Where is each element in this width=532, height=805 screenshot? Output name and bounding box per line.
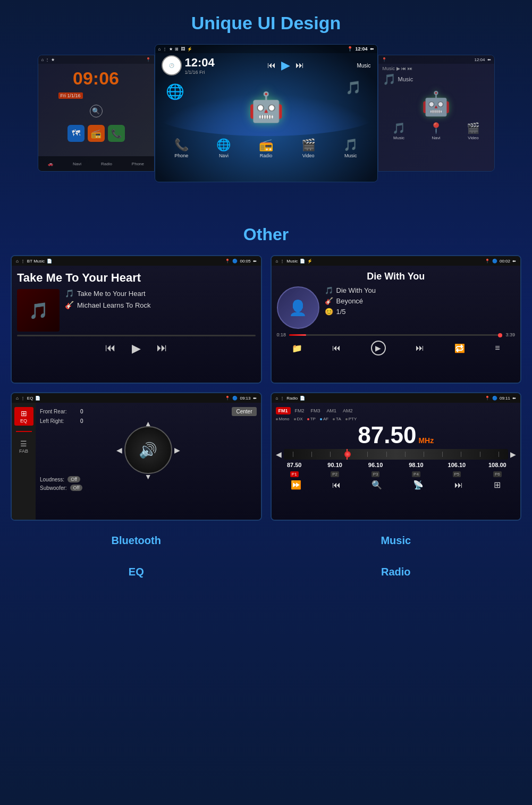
music-title: Die With You [277, 271, 516, 282]
radio-presets: 87.50 P1 90.10 P2 96.10 P3 98.10 P4 [276, 462, 517, 478]
right-video[interactable]: 🎬 Video [467, 122, 480, 140]
radio-tuner: ◀ ▶ [276, 449, 517, 460]
other-title: Other [11, 225, 521, 244]
radio-prev[interactable]: ⏮ [332, 480, 341, 490]
radio-menu[interactable]: ⊞ [494, 480, 501, 490]
band-fm1[interactable]: FM1 [276, 407, 291, 414]
eq-arrow-down[interactable]: ▼ [145, 472, 152, 481]
page-title: Unique UI Design [0, 13, 532, 33]
tuner-right-btn[interactable]: ▶ [510, 450, 516, 459]
preset-p6[interactable]: 108.00 P6 [479, 462, 516, 478]
eq-screen: ⌂ ⋮ EQ 📄 📍 🔵 09:13 ⬅ ⊞ EQ [11, 392, 262, 521]
radio-status-label: Radio [286, 396, 298, 401]
center-date: 1/1/16 Fri [185, 70, 215, 75]
bt-prev[interactable]: ⏮ [105, 342, 116, 355]
eq-arrow-right[interactable]: ▶ [174, 446, 180, 454]
music-screen: ⌂ ⋮ Music 📄 ⚡ 📍 🔵 00:02 ⬅ Die With You 👤 [271, 255, 522, 384]
app-music[interactable]: 🎵 Music [343, 138, 358, 158]
phone-icon-left[interactable]: 📞 [108, 125, 125, 142]
radio-label: Radio [271, 561, 522, 583]
app-radio[interactable]: 📻 Radio [259, 138, 273, 158]
bt-label: Bluetooth [11, 529, 262, 552]
right-navi[interactable]: 📍 Navi [429, 122, 443, 140]
eq-tab-fab[interactable]: ☰ FAB [14, 437, 33, 456]
app-video[interactable]: 🎬 Video [301, 138, 316, 158]
bt-status-label: BT Music [27, 259, 45, 264]
preset-p5[interactable]: 106.10 P5 [438, 462, 475, 478]
screens-grid: ⌂ ⋮ BT Music 📄 📍 🔵 00:05 ⬅ Take Me To Yo… [11, 255, 521, 521]
music-status-label: Music [286, 259, 298, 264]
music-play[interactable]: ▶ [371, 341, 386, 355]
music-prev[interactable]: ⏮ [332, 343, 341, 353]
music-song-name: 🎵 Die With You [325, 286, 516, 294]
eq-front-rear: Front Rear: 0 Center [40, 407, 257, 416]
right-screen-card: 📍 12:04 ⬅ Music ▶ ⏮ ⏭ 🎵 Music 🤖 🎵 [378, 55, 495, 172]
loudness-toggle[interactable]: Off [67, 476, 80, 482]
current-time: 0:18 [277, 332, 286, 337]
eq-speaker-graphic: ◀ 🔊 ▲ ▼ ▶ [40, 426, 257, 474]
radio-fast-prev[interactable]: ⏩ [291, 480, 301, 490]
radio-options-row: Mono DX TP AF TA PTY [276, 417, 517, 421]
band-am2[interactable]: AM2 [341, 407, 355, 414]
left-time: 09:06 [38, 68, 154, 89]
prev-btn-center[interactable]: ⏮ [267, 61, 276, 70]
bt-album-art: 🎵 [17, 289, 60, 332]
music-status-time: 00:02 [500, 259, 510, 264]
music-track: 😊 1/5 [325, 308, 516, 316]
bt-next[interactable]: ⏭ [157, 342, 167, 355]
music-controls[interactable]: 📁 ⏮ ▶ ⏭ 🔁 ≡ [277, 341, 516, 355]
bt-artist-name: 🎸 Michael Learns To Rock [65, 301, 256, 309]
preset-p2[interactable]: 90.10 P2 [316, 462, 353, 478]
bt-controls[interactable]: ⏮ ▶ ⏭ [17, 342, 256, 355]
bt-progress-bar [17, 335, 256, 336]
center-time: 12:04 [355, 46, 367, 52]
band-fm3[interactable]: FM3 [309, 407, 323, 414]
radio-icon-left[interactable]: 📻 [88, 125, 105, 142]
app-phone[interactable]: 📞 Phone [174, 138, 189, 158]
eq-arrow-left[interactable]: ◀ [116, 446, 122, 454]
music-folder[interactable]: 📁 [292, 343, 302, 353]
navi-icon[interactable]: 🗺 [67, 125, 85, 142]
screen-labels: Bluetooth Music EQ Radio [11, 529, 521, 583]
app-navi[interactable]: 🌐 Navi [216, 138, 231, 158]
music-progress-row: 0:18 3:39 [277, 332, 516, 337]
radio-wifi[interactable]: 📡 [413, 480, 424, 490]
total-time: 3:39 [505, 332, 515, 337]
music-label: Music [271, 529, 522, 552]
bt-status-time: 00:05 [240, 259, 250, 264]
right-music[interactable]: 🎵 Music [392, 122, 406, 140]
subwoofer-toggle[interactable]: Off [70, 485, 83, 491]
radio-controls[interactable]: ⏩ ⏮ 🔍 📡 ⏭ ⊞ [276, 480, 517, 490]
band-fm2[interactable]: FM2 [293, 407, 307, 414]
bt-play[interactable]: ▶ [132, 342, 141, 355]
preset-p1[interactable]: 87.50 P1 [276, 462, 313, 478]
center-screen-card: ⌂ ⋮ ★ ⊞ 🖼 ⚡ 📍 12:04 ⬅ 🕐 12: [155, 44, 378, 182]
eq-label: EQ [11, 561, 262, 583]
bt-song-title: Take Me To Your Heart [17, 271, 256, 285]
eq-tab-eq[interactable]: ⊞ EQ [14, 407, 33, 426]
eq-subwoofer-row: Subwoofer: Off [40, 485, 257, 491]
right-time: 12:04 [474, 57, 485, 62]
radio-search[interactable]: 🔍 [371, 480, 382, 490]
music-album-art: 👤 [277, 286, 319, 329]
preset-p4[interactable]: 98.10 P4 [398, 462, 435, 478]
left-bottom-nav: 🚗 Navi Radio Phone [38, 156, 154, 171]
eq-status-time: 09:13 [240, 396, 250, 401]
eq-center-btn[interactable]: Center [232, 407, 256, 416]
tuner-left-btn[interactable]: ◀ [276, 450, 282, 459]
radio-next[interactable]: ⏭ [454, 480, 463, 490]
music-next[interactable]: ⏭ [416, 343, 424, 353]
music-list[interactable]: ≡ [495, 343, 500, 353]
radio-frequency: 87.50 [358, 423, 416, 447]
preset-p3[interactable]: 96.10 P3 [357, 462, 394, 478]
play-btn-center[interactable]: ▶ [281, 58, 290, 72]
eq-status-label: EQ [27, 396, 33, 401]
band-am1[interactable]: AM1 [325, 407, 339, 414]
left-screen-card: ⌂ ⋮ ★ 📍 09:06 Fri 1/1/16 🔍 🗺 📻 📞 [38, 55, 155, 172]
next-btn-center[interactable]: ⏭ [295, 61, 304, 70]
music-repeat[interactable]: 🔁 [454, 343, 465, 353]
radio-status-time: 09:11 [500, 396, 510, 401]
radio-band-row: FM1 FM2 FM3 AM1 AM2 [276, 407, 517, 414]
bt-song-name: 🎵 Take Me to Your Heart [65, 289, 256, 298]
eq-arrow-up[interactable]: ▲ [145, 419, 152, 428]
